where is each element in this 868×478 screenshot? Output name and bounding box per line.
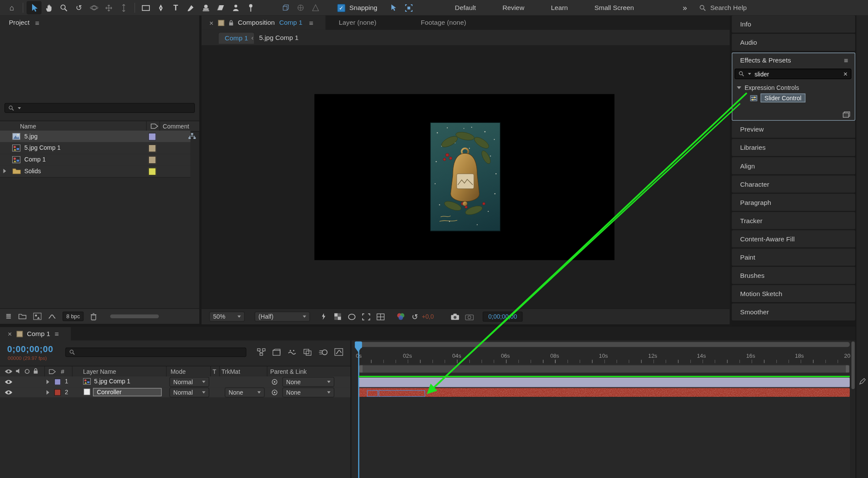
new-preset-icon[interactable] xyxy=(842,111,850,118)
layer-color-chip[interactable] xyxy=(54,379,61,385)
panel-header-content-aware-fill[interactable]: Content-Aware Fill xyxy=(732,230,855,247)
new-folder-icon[interactable] xyxy=(18,313,26,320)
grid-guides-icon[interactable] xyxy=(373,310,388,323)
clear-search-icon[interactable]: × xyxy=(843,70,848,78)
expression-range-box[interactable] xyxy=(379,390,425,397)
project-panel-menu-icon[interactable]: ≡ xyxy=(35,19,40,27)
parent-link-dropdown[interactable]: None xyxy=(282,387,334,397)
playhead-line[interactable] xyxy=(358,348,359,478)
column-trkmat[interactable]: TrkMat xyxy=(221,368,240,375)
workspace-review[interactable]: Review xyxy=(502,4,524,12)
snap-to-features-icon[interactable] xyxy=(401,1,416,15)
column-name[interactable]: Name xyxy=(20,123,36,129)
panel-header-libraries[interactable]: Libraries xyxy=(732,139,855,156)
layer-duration-bar[interactable] xyxy=(359,377,850,387)
work-area-bar[interactable] xyxy=(359,365,850,373)
group-expand-chevron-icon[interactable] xyxy=(737,86,741,89)
layer-expand-chevron-icon[interactable] xyxy=(46,390,49,395)
scrollbar-thumb[interactable] xyxy=(851,342,855,389)
label-color-swatch[interactable] xyxy=(149,145,156,152)
current-timecode[interactable]: 0;00;00;00 xyxy=(7,344,53,354)
close-icon[interactable]: × xyxy=(209,19,214,27)
footage-viewer-tab[interactable]: Footage (none) xyxy=(421,19,466,26)
list-view-icon[interactable]: ≣ xyxy=(6,312,12,320)
workspace-small-screen[interactable]: Small Screen xyxy=(594,4,634,12)
show-snapshot-icon[interactable] xyxy=(462,310,476,323)
column-t[interactable]: T xyxy=(213,368,217,375)
panel-header-paint[interactable]: Paint xyxy=(732,248,855,266)
reset-exposure-icon[interactable]: ↺ xyxy=(407,310,422,323)
composition-tab[interactable]: × Composition Comp 1 ≡ xyxy=(201,16,326,30)
help-search[interactable]: Search Help xyxy=(699,4,747,12)
shy-layers-icon[interactable] xyxy=(284,346,299,359)
selection-tool-icon[interactable] xyxy=(26,1,41,15)
adjustment-icon[interactable] xyxy=(48,313,56,320)
pick-whip-icon[interactable] xyxy=(271,389,278,396)
view-axis-mode-icon[interactable] xyxy=(308,1,323,15)
hidden-panel-icon[interactable] xyxy=(859,378,866,385)
layer-color-chip[interactable] xyxy=(54,389,61,396)
effects-item-row[interactable]: Slider Control xyxy=(733,93,855,103)
horizontal-scrollbar[interactable] xyxy=(110,314,159,318)
lock-icon[interactable] xyxy=(228,20,233,26)
project-search-input[interactable] xyxy=(4,103,195,113)
rotobrush-tool-icon[interactable] xyxy=(228,1,243,15)
bit-depth-button[interactable]: 8 bpc xyxy=(63,312,84,321)
panel-header-motion-sketch[interactable]: Motion Sketch xyxy=(732,285,855,303)
pick-whip-icon[interactable] xyxy=(271,379,278,385)
work-area-start-handle[interactable] xyxy=(359,365,363,373)
project-panel-title[interactable]: Project xyxy=(9,19,30,26)
timeline-tab[interactable]: × Comp 1 ≡ xyxy=(0,327,71,340)
panel-header-paragraph[interactable]: Paragraph xyxy=(732,194,855,211)
layer-name-editing[interactable]: Conroller xyxy=(93,388,162,396)
exposure-value[interactable]: +0,0 xyxy=(422,313,434,320)
panel-header-audio[interactable]: Audio xyxy=(732,34,855,51)
panel-header-align[interactable]: Align xyxy=(732,157,855,175)
panel-header-smoother[interactable]: Smoother xyxy=(732,303,855,321)
effects-group-row[interactable]: Expression Controls xyxy=(733,82,855,92)
panel-menu-icon[interactable]: ≡ xyxy=(844,56,848,64)
eraser-tool-icon[interactable] xyxy=(213,1,228,15)
composition-mini-flowchart-icon[interactable] xyxy=(254,346,268,359)
column-parent-link[interactable]: Parent & Link xyxy=(270,368,307,375)
layer-expand-chevron-icon[interactable] xyxy=(46,380,49,384)
panel-menu-icon[interactable]: ≡ xyxy=(309,19,314,27)
expand-chevron-icon[interactable] xyxy=(3,169,6,173)
clone-stamp-tool-icon[interactable] xyxy=(198,1,213,15)
timeline-vscrollbar[interactable] xyxy=(850,340,855,478)
take-snapshot-icon[interactable] xyxy=(447,310,462,323)
trkmat-dropdown[interactable]: None xyxy=(225,387,265,397)
layer-viewer-tab[interactable]: Layer (none) xyxy=(339,19,376,26)
snapping-checkbox[interactable]: ✓ xyxy=(337,3,345,12)
trash-icon[interactable] xyxy=(90,313,97,320)
frame-blend-icon[interactable] xyxy=(300,346,315,359)
parent-link-dropdown[interactable]: None xyxy=(282,377,334,387)
column-layer-name[interactable]: Layer Name xyxy=(83,368,116,375)
rectangle-tool-icon[interactable] xyxy=(139,1,153,15)
panel-header-tracker[interactable]: Tracker xyxy=(732,212,855,229)
blend-mode-dropdown[interactable]: Normal xyxy=(169,387,209,397)
playhead-handle[interactable] xyxy=(355,342,362,348)
panel-header-brushes[interactable]: Brushes xyxy=(732,267,855,284)
project-item-row[interactable]: 5.jpg Comp 1 xyxy=(0,142,191,155)
transparency-grid-icon[interactable] xyxy=(330,310,345,323)
label-color-column-icon[interactable] xyxy=(151,123,158,129)
column-number[interactable]: # xyxy=(61,368,64,375)
breadcrumb-sub-comp[interactable]: 5.jpg Comp 1 xyxy=(259,34,299,42)
workspace-learn[interactable]: Learn xyxy=(551,4,568,12)
panel-header-preview[interactable]: Preview xyxy=(732,121,855,138)
eye-icon[interactable] xyxy=(4,390,13,396)
resolution-dropdown[interactable]: (Half) xyxy=(254,312,310,322)
panel-header-character[interactable]: Character xyxy=(732,175,855,193)
home-icon[interactable]: ⌂ xyxy=(4,1,19,15)
time-navigator[interactable] xyxy=(359,342,850,347)
label-color-swatch[interactable] xyxy=(149,156,156,164)
mask-visibility-icon[interactable] xyxy=(344,310,359,323)
project-item-row[interactable]: 5.jpg xyxy=(0,131,191,143)
viewer-timecode[interactable]: 0;00;00;00 xyxy=(483,312,523,322)
pan-camera-tool-icon[interactable] xyxy=(101,1,116,15)
rotation-tool-icon[interactable]: ↺ xyxy=(71,1,86,15)
blend-mode-dropdown[interactable]: Normal xyxy=(169,377,209,387)
breadcrumb-current-comp[interactable]: Comp 1 xyxy=(218,32,254,44)
graph-editor-icon[interactable] xyxy=(331,346,346,359)
